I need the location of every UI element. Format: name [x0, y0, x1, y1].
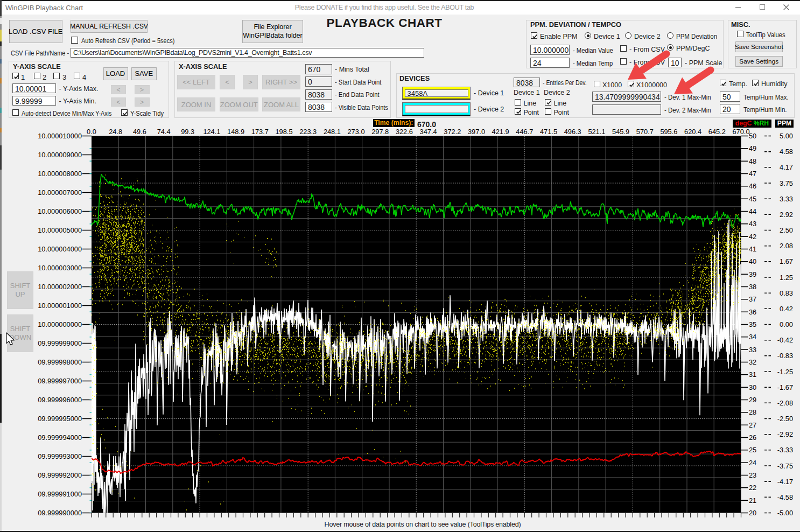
- svg-text:09.999997000: 09.999997000: [38, 377, 82, 385]
- svg-text:223.3: 223.3: [299, 128, 317, 136]
- svg-text:173.7: 173.7: [251, 128, 269, 136]
- svg-text:-4.58: -4.58: [777, 493, 793, 501]
- svg-text:10.000010000: 10.000010000: [38, 132, 82, 140]
- svg-text:09.999999000: 09.999999000: [38, 339, 82, 347]
- svg-text:37: 37: [749, 295, 756, 303]
- svg-text:595.6: 595.6: [660, 128, 677, 136]
- svg-text:10.000005000: 10.000005000: [38, 226, 82, 234]
- svg-text:10.000001000: 10.000001000: [38, 302, 82, 310]
- svg-text:10.000003000: 10.000003000: [38, 264, 82, 272]
- svg-text:322.6: 322.6: [396, 128, 413, 136]
- svg-text:4.17: 4.17: [780, 163, 793, 171]
- svg-text:23: 23: [749, 471, 756, 479]
- svg-text:09.999995000: 09.999995000: [38, 415, 82, 423]
- svg-text:0.00: 0.00: [780, 320, 793, 328]
- svg-text:421.9: 421.9: [492, 128, 509, 136]
- svg-text:44: 44: [749, 207, 756, 215]
- svg-text:33: 33: [749, 346, 756, 354]
- svg-text:0.0: 0.0: [87, 128, 96, 136]
- svg-text:-3.33: -3.33: [777, 446, 793, 454]
- svg-text:24: 24: [749, 459, 756, 467]
- svg-text:-3.75: -3.75: [777, 462, 793, 470]
- svg-text:248.1: 248.1: [324, 128, 341, 136]
- svg-text:46: 46: [749, 182, 756, 190]
- svg-text:5.00: 5.00: [780, 132, 793, 140]
- svg-text:-2.92: -2.92: [777, 430, 793, 438]
- svg-text:-0.42: -0.42: [777, 336, 793, 344]
- svg-text:2.92: 2.92: [780, 211, 793, 219]
- svg-text:38: 38: [749, 283, 756, 291]
- svg-text:21: 21: [749, 496, 756, 505]
- svg-text:4.58: 4.58: [780, 148, 793, 156]
- svg-text:10.000004000: 10.000004000: [38, 245, 82, 253]
- svg-text:34: 34: [749, 333, 756, 341]
- svg-text:10.000007000: 10.000007000: [38, 188, 82, 197]
- svg-text:645.2: 645.2: [708, 128, 726, 136]
- svg-text:0.42: 0.42: [780, 305, 793, 313]
- svg-text:3.75: 3.75: [780, 179, 793, 187]
- svg-text:0.83: 0.83: [780, 289, 793, 297]
- svg-text:-0.83: -0.83: [777, 352, 793, 360]
- svg-text:48: 48: [749, 157, 756, 165]
- svg-text:10.000000000: 10.000000000: [38, 320, 82, 328]
- svg-text:1.25: 1.25: [780, 274, 793, 282]
- svg-text:49.6: 49.6: [133, 128, 146, 136]
- svg-text:570.7: 570.7: [636, 128, 654, 136]
- svg-text:09.999990000: 09.999990000: [38, 509, 82, 517]
- svg-text:32: 32: [749, 358, 756, 366]
- svg-text:74.4: 74.4: [157, 128, 171, 136]
- svg-text:2.50: 2.50: [780, 226, 793, 234]
- svg-text:148.9: 148.9: [227, 128, 244, 136]
- svg-text:29: 29: [749, 396, 756, 404]
- svg-text:25: 25: [749, 446, 756, 454]
- svg-text:3.33: 3.33: [780, 195, 793, 203]
- svg-text:30: 30: [749, 383, 756, 391]
- svg-text:10.000006000: 10.000006000: [38, 207, 82, 215]
- svg-text:36: 36: [749, 308, 756, 316]
- svg-text:20: 20: [749, 509, 756, 517]
- svg-text:198.5: 198.5: [275, 128, 292, 136]
- svg-text:40: 40: [749, 257, 756, 265]
- svg-text:49: 49: [749, 144, 756, 152]
- svg-text:24.8: 24.8: [109, 128, 122, 136]
- svg-text:35: 35: [749, 320, 756, 328]
- svg-text:26: 26: [749, 433, 756, 442]
- svg-text:297.8: 297.8: [371, 128, 389, 136]
- svg-text:372.2: 372.2: [444, 128, 461, 136]
- svg-text:09.999994000: 09.999994000: [38, 433, 82, 442]
- svg-text:-2.08: -2.08: [777, 399, 793, 407]
- svg-text:-1.25: -1.25: [777, 368, 793, 376]
- svg-text:471.5: 471.5: [540, 128, 557, 136]
- svg-text:99.3: 99.3: [181, 128, 194, 136]
- svg-text:09.999998000: 09.999998000: [38, 358, 82, 366]
- svg-text:-1.67: -1.67: [777, 383, 793, 391]
- svg-text:10.000008000: 10.000008000: [38, 170, 82, 178]
- svg-text:10.000009000: 10.000009000: [38, 151, 82, 159]
- svg-text:397.0: 397.0: [468, 128, 485, 136]
- svg-text:09.999993000: 09.999993000: [38, 452, 82, 460]
- svg-text:273.0: 273.0: [347, 128, 364, 136]
- svg-text:45: 45: [749, 195, 756, 203]
- svg-text:50: 50: [749, 132, 756, 140]
- svg-text:22: 22: [749, 484, 756, 492]
- svg-text:09.999996000: 09.999996000: [38, 396, 82, 404]
- svg-text:27: 27: [749, 421, 756, 429]
- svg-text:496.3: 496.3: [564, 128, 581, 136]
- svg-text:31: 31: [749, 370, 756, 379]
- svg-text:124.1: 124.1: [203, 128, 220, 136]
- svg-text:-4.17: -4.17: [777, 478, 793, 486]
- svg-text:47: 47: [749, 170, 756, 178]
- svg-text:620.4: 620.4: [684, 128, 701, 136]
- svg-text:41: 41: [749, 245, 756, 253]
- svg-text:-2.50: -2.50: [777, 415, 793, 423]
- svg-text:521.1: 521.1: [588, 128, 605, 136]
- svg-text:09.999992000: 09.999992000: [38, 471, 82, 479]
- svg-text:347.4: 347.4: [420, 128, 437, 136]
- svg-text:39: 39: [749, 270, 756, 278]
- svg-text:42: 42: [749, 233, 756, 241]
- svg-text:545.9: 545.9: [612, 128, 629, 136]
- svg-text:1.67: 1.67: [780, 257, 793, 265]
- svg-text:10.000002000: 10.000002000: [38, 283, 82, 291]
- svg-text:-5.00: -5.00: [777, 509, 793, 517]
- svg-text:09.999991000: 09.999991000: [38, 490, 82, 498]
